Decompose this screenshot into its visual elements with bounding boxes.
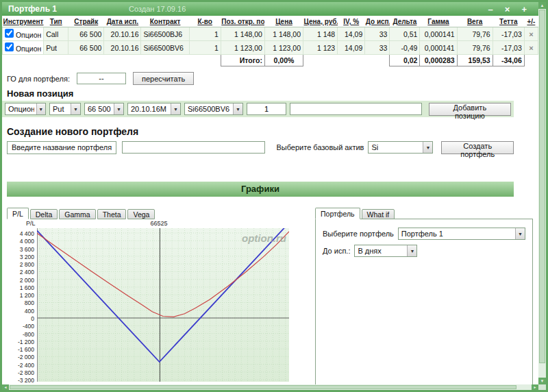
current-price-label: 66525 [150, 220, 167, 227]
vertical-scroll-track[interactable] [538, 9, 546, 378]
new-portfolio-heading: Создание нового портфеля [7, 126, 534, 137]
col-header-strike[interactable]: Страйк [68, 16, 104, 27]
vertical-scrollbar[interactable]: ▲ ▼ [538, 2, 546, 384]
new-position-heading: Новая позиция [7, 88, 534, 99]
position-enabled-checkbox[interactable] [5, 29, 14, 38]
cell-qty: 1 [189, 27, 221, 41]
totals-vega: 159,53 [457, 55, 493, 66]
tab-gamma[interactable]: Gamma [59, 209, 95, 219]
position-row-call: Опцион Call 66 500 20.10.16 Si66500BJ6 1… [3, 27, 538, 41]
np-contract-value: Si66500BV6 [188, 105, 229, 113]
col-header-price[interactable]: Цена [264, 16, 303, 27]
charts-area: P/L Delta Gamma Theta Vega P/L 66525 opt… [7, 208, 538, 384]
np-instrument-value: Опцион [8, 105, 34, 113]
pl-chart: P/L 66525 option.ru 4 4004 0003 6003 200… [7, 220, 307, 384]
np-price-input[interactable] [290, 103, 422, 115]
days-mode-select[interactable]: В днях▼ [354, 245, 417, 257]
y-axis-tick: 1 600 [7, 284, 34, 291]
chart-panel: P/L Delta Gamma Theta Vega P/L 66525 opt… [7, 208, 307, 384]
col-header-delta[interactable]: Дельта [390, 16, 420, 27]
np-strike-select[interactable]: 66 500▼ [84, 103, 124, 115]
main-content: Портфель 1 Создан 17.09.16 – × + Инструм… [2, 2, 538, 384]
cell-price-rub: 1 148 [303, 27, 338, 41]
instrument-label: Опцион [16, 31, 41, 39]
np-contract-select[interactable]: Si66500BV6▼ [184, 103, 243, 115]
cell-days: 33 [365, 27, 390, 41]
cell-vega: 79,76 [457, 41, 493, 55]
chart-y-axis-title: P/L [26, 220, 36, 227]
tab-pl[interactable]: P/L [7, 208, 29, 219]
watermark: option.ru [242, 232, 286, 244]
scroll-left-button[interactable]: ◄ [2, 384, 9, 390]
delete-position-button[interactable]: × [524, 27, 538, 41]
vertical-scroll-thumb[interactable] [539, 10, 545, 363]
cell-delta: -0,49 [390, 41, 420, 55]
margin-value: -- [77, 73, 126, 84]
margin-label: ГО для портфеля: [7, 75, 70, 83]
col-header-theta[interactable]: Тетта [493, 16, 524, 27]
position-enabled-checkbox[interactable] [5, 42, 14, 51]
chevron-down-icon: ▼ [71, 103, 80, 114]
positions-table: Инструмент Тип Страйк Дата исп. Контракт… [2, 16, 538, 66]
cell-open-at: 1 123,00 [221, 41, 264, 55]
tab-what-if[interactable]: What if [362, 209, 395, 219]
cell-type: Put [44, 41, 68, 55]
cell-strike: 66 500 [68, 27, 104, 41]
col-header-exp-date[interactable]: Дата исп. [104, 16, 141, 27]
scroll-down-button[interactable]: ▼ [538, 378, 546, 384]
base-asset-select[interactable]: Si▼ [368, 141, 433, 154]
np-type-select[interactable]: Put▼ [49, 103, 81, 115]
col-header-iv[interactable]: IV, % [338, 16, 365, 27]
base-asset-value: Si [371, 143, 378, 151]
col-header-type[interactable]: Тип [44, 16, 68, 27]
create-portfolio-button[interactable]: Создать портфель [441, 141, 514, 154]
col-header-price-rub[interactable]: Цена, руб. [303, 16, 338, 27]
days-mode-value: В днях [358, 247, 381, 255]
minimize-button[interactable]: – [488, 5, 493, 14]
new-portfolio-row: Введите название портфеля Выберите базов… [7, 140, 514, 154]
col-header-contract[interactable]: Контракт [141, 16, 189, 27]
y-axis-tick: -800 [7, 331, 34, 338]
y-axis-tick: 1 200 [7, 292, 34, 299]
col-header-qty[interactable]: К-во [189, 16, 221, 27]
tab-portfolio[interactable]: Портфель [315, 208, 360, 219]
totals-gamma: 0,000283 [420, 55, 457, 66]
close-button[interactable]: × [505, 5, 510, 14]
select-portfolio-label: Выберите портфель [323, 230, 394, 238]
col-header-instrument[interactable]: Инструмент [3, 16, 44, 27]
spacer [524, 55, 538, 66]
col-header-days[interactable]: До исп. [365, 16, 390, 27]
y-axis-tick: -2 000 [7, 354, 34, 360]
chart-plot-area[interactable] [37, 228, 289, 382]
tab-delta[interactable]: Delta [30, 209, 58, 219]
add-position-button[interactable]: Добавить позицию [429, 103, 511, 116]
horizontal-scrollbar[interactable]: ◄ ► [2, 384, 538, 390]
tab-theta[interactable]: Theta [97, 209, 127, 219]
np-instrument-select[interactable]: Опцион▼ [5, 103, 46, 115]
portfolio-name-input[interactable] [122, 141, 265, 154]
scroll-up-button[interactable]: ▲ [538, 2, 546, 9]
y-axis-tick: -3 200 [7, 377, 34, 384]
np-series-select[interactable]: 20.10.16M▼ [127, 103, 181, 115]
scroll-right-button[interactable]: ► [532, 384, 538, 390]
np-qty-input[interactable] [247, 103, 286, 115]
tab-vega[interactable]: Vega [127, 209, 155, 219]
col-header-gamma[interactable]: Гамма [420, 16, 457, 27]
col-header-vega[interactable]: Вега [457, 16, 493, 27]
horizontal-scroll-thumb[interactable] [10, 385, 516, 389]
add-button[interactable]: + [521, 5, 527, 14]
settings-panel: Портфель What if Выберите портфель Портф… [315, 208, 533, 384]
delete-position-button[interactable]: × [524, 41, 538, 55]
portfolio-select[interactable]: Портфель 1▼ [398, 228, 525, 240]
y-axis-tick: 4 000 [7, 238, 34, 245]
horizontal-scroll-track[interactable] [9, 384, 532, 390]
recalculate-button[interactable]: пересчитать [133, 72, 194, 85]
cell-vega: 79,76 [457, 27, 493, 41]
option-portfolio-app: Портфель 1 Создан 17.09.16 – × + Инструм… [0, 0, 548, 392]
col-header-open-at[interactable]: Поз. откр. по [221, 16, 264, 27]
cell-gamma: 0,000141 [420, 27, 457, 41]
portfolio-created-date: Создан 17.09.16 [129, 5, 186, 13]
spacer [303, 55, 390, 66]
y-axis-tick: -2 800 [7, 369, 34, 376]
portfolio-select-row: Выберите портфель Портфель 1▼ [323, 228, 525, 240]
